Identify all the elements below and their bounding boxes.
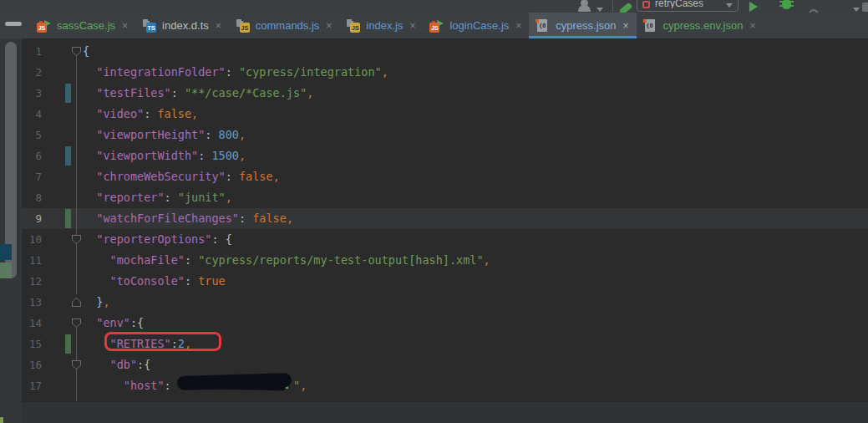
line-number: 5 (22, 125, 42, 145)
js-file-icon: JS (346, 19, 360, 33)
tab-label: sassCase.js (57, 19, 115, 32)
code-text: { (83, 41, 89, 62)
user-avatar-icon[interactable] (578, 0, 591, 12)
line-number: 4 (22, 104, 42, 125)
tab-label: cypress.json (556, 19, 616, 32)
tab-close-icon[interactable]: × (122, 20, 128, 32)
code-line-5[interactable]: 5 "viewportHeight": 800, (22, 125, 868, 145)
ts-file-icon: TS (142, 19, 156, 33)
line-number: 12 (22, 271, 42, 292)
code-line-2[interactable]: 2 "integrationFolder": "cypress/integrat… (22, 62, 868, 83)
line-number: 6 (22, 145, 42, 166)
code-line-16[interactable]: 16 "db":{ (22, 354, 868, 375)
code-text: "testFiles": "**/case/*Case.js", (83, 83, 313, 104)
code-line-9[interactable]: 9 "watchForFileChanges": false, (22, 208, 868, 229)
code-line-4[interactable]: 4 "video": false, (22, 104, 868, 125)
json-file-icon: {0 (643, 19, 657, 33)
chevron-down-icon[interactable] (853, 8, 860, 12)
window-square-icon[interactable] (862, 3, 868, 12)
code-text: "mochaFile": "cypress/reports/my-test-ou… (83, 250, 490, 271)
code-line-14[interactable]: 14 "env":{ (22, 313, 868, 334)
tab-close-icon[interactable]: × (515, 20, 521, 32)
line-number: 3 (22, 83, 42, 104)
line-number: 7 (22, 166, 42, 187)
tab-close-icon[interactable]: × (409, 20, 415, 32)
main-toolbar: retryCases (0, 0, 868, 13)
tab-label: index.js (366, 19, 403, 32)
code-line-6[interactable]: 6 "viewportWidth": 1500, (22, 145, 868, 166)
tab-sassCase.js[interactable]: JSsassCase.js× (30, 13, 135, 38)
debug-button[interactable] (782, 0, 791, 9)
gutter-change-marker-added (65, 209, 71, 228)
line-number: 1 (22, 41, 42, 62)
code-text: "reporter": "junit", (83, 187, 232, 208)
empty-bottom-panel (22, 401, 868, 423)
tab-close-icon[interactable]: × (216, 20, 221, 32)
code-line-10[interactable]: 10 "reporterOptions": { (22, 229, 868, 250)
code-line-8[interactable]: 8 "reporter": "junit", (22, 187, 868, 208)
code-text: "reporterOptions": { (83, 229, 232, 250)
fold-marker-expanded-icon[interactable] (72, 235, 81, 244)
code-line-1[interactable]: 1{ (22, 41, 868, 62)
fold-marker-expanded-icon[interactable] (72, 360, 81, 369)
tab-close-icon[interactable]: × (749, 20, 755, 32)
left-panel-scroll-strip (0, 38, 22, 423)
tab-label: cypress.env.json (663, 19, 744, 32)
gutter-change-marker-modified (65, 146, 71, 166)
ide-window: retryCases JSsassCase.js×TSindex.d.ts×JS… (0, 0, 868, 423)
js-file-icon: JS (236, 19, 250, 33)
json-file-icon: {0 (536, 19, 550, 33)
fold-marker-end-icon[interactable] (72, 298, 81, 307)
run-configuration-select[interactable]: retryCases (637, 0, 739, 12)
editor-body: 1{2 "integrationFolder": "cypress/integr… (0, 38, 868, 423)
tab-label: index.d.ts (162, 19, 209, 32)
code-editor[interactable]: 1{2 "integrationFolder": "cypress/integr… (22, 38, 868, 401)
run-config-label: retryCases (655, 0, 721, 8)
tab-index.js[interactable]: JSindex.js× (339, 13, 423, 38)
code-line-7[interactable]: 7 "chromeWebSecurity": false, (22, 166, 868, 187)
gutter-change-marker-added (65, 334, 71, 354)
line-number: 8 (22, 187, 42, 208)
code-line-13[interactable]: 13 }, (22, 292, 868, 313)
vcs-stripe-added-mark (0, 262, 12, 278)
code-line-3[interactable]: 3 "testFiles": "**/case/*Case.js", (22, 83, 868, 104)
tab-close-icon[interactable]: × (326, 20, 332, 32)
code-text: "viewportHeight": 800, (83, 125, 246, 145)
code-text: "video": false, (83, 104, 198, 125)
code-text: "env":{ (83, 313, 144, 334)
stripe-corner-mark (0, 417, 3, 423)
code-line-17[interactable]: 17 "host": ", (22, 375, 868, 396)
code-text: "db":{ (83, 354, 150, 375)
fold-marker-expanded-icon[interactable] (72, 319, 81, 328)
tab-loginCase.js[interactable]: JSloginCase.js× (423, 13, 529, 38)
code-text: "viewportWidth": 1500, (83, 145, 246, 166)
editor-tab-bar: JSsassCase.js×TSindex.d.ts×JScommands.js… (0, 13, 868, 38)
code-text: "RETRIES":2, (83, 334, 191, 354)
code-line-11[interactable]: 11 "mochaFile": "cypress/reports/my-test… (22, 250, 868, 271)
chevron-down-icon[interactable] (596, 8, 603, 12)
hide-tabs-dash-icon[interactable] (5, 22, 22, 26)
line-number: 16 (22, 354, 42, 375)
left-scrollbar-thumb[interactable] (5, 42, 17, 278)
code-line-12[interactable]: 12 "toConsole": true (22, 271, 868, 292)
js-test-file-icon: JS (37, 19, 51, 33)
code-text: "watchForFileChanges": false, (83, 208, 293, 229)
tab-cypress.env.json[interactable]: {0cypress.env.json× (637, 13, 764, 38)
build-icon[interactable] (619, 3, 633, 13)
gutter-change-marker-modified (65, 84, 71, 103)
line-number: 13 (22, 292, 42, 313)
line-number: 14 (22, 313, 42, 334)
line-number: 15 (22, 334, 42, 354)
fold-marker-expanded-icon[interactable] (72, 47, 81, 56)
tab-cypress.json[interactable]: {0cypress.json× (529, 13, 636, 38)
tab-close-icon[interactable]: × (623, 20, 629, 32)
vcs-stripe-modified-mark (0, 244, 12, 260)
tab-index.d.ts[interactable]: TSindex.d.ts× (135, 13, 229, 38)
line-number: 9 (22, 208, 42, 229)
code-text: "integrationFolder": "cypress/integratio… (83, 62, 388, 83)
code-line-15[interactable]: 15 "RETRIES":2, (22, 334, 868, 354)
run-button[interactable] (749, 2, 758, 12)
code-text: "chromeWebSecurity": false, (83, 166, 280, 187)
tab-commands.js[interactable]: JScommands.js× (229, 13, 340, 38)
line-number: 11 (22, 250, 42, 271)
